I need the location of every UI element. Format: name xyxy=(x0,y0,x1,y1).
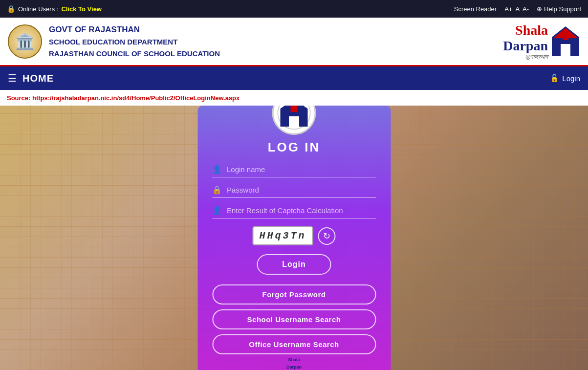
source-text: Source: https://rajshaladarpan.nic.in/sd… xyxy=(7,94,240,102)
captcha-refresh-button[interactable]: ↻ xyxy=(318,227,336,245)
help-icon: ⊕ xyxy=(537,5,542,13)
help-button[interactable]: ⊕ Help Support xyxy=(537,5,581,13)
online-users-section: 🔒 Online Users : Click To View xyxy=(7,5,102,13)
hamburger-icon[interactable]: ☰ xyxy=(8,72,17,84)
font-medium-btn[interactable]: A xyxy=(515,5,520,13)
svg-rect-7 xyxy=(291,106,298,112)
captcha-input[interactable] xyxy=(227,206,376,215)
nav-login-label: Login xyxy=(562,74,580,83)
screen-reader-label: Screen Reader xyxy=(454,5,497,13)
home-nav-label[interactable]: HOME xyxy=(22,73,54,84)
nav-left: ☰ HOME xyxy=(8,72,54,84)
svg-marker-3 xyxy=(553,28,578,38)
govt-line2: SCHOOL EDUCATION DEPARTMENT xyxy=(49,36,220,48)
help-label: Help Support xyxy=(544,5,581,13)
login-button[interactable]: Login xyxy=(257,254,331,275)
lock-field-icon: 🔒 xyxy=(212,185,222,195)
username-input-group: 👤 xyxy=(212,165,376,177)
password-input-group: 🔒 xyxy=(212,185,376,198)
username-input[interactable] xyxy=(227,165,376,174)
shala-darpan-logo: Shala Darpan @राजस्थान xyxy=(503,22,580,60)
nav-bar: ☰ HOME 🔓 Login xyxy=(0,66,588,90)
main-content: Shala ShalaDarpan LOG IN 👤 🔒 👤 HHq3Tn xyxy=(0,106,588,370)
shala-text: Shala Darpan @राजस्थान xyxy=(503,22,548,60)
password-input[interactable] xyxy=(227,186,376,194)
govt-line1: GOVT OF RAJASTHAN xyxy=(49,23,220,36)
online-users-label: Online Users : xyxy=(18,5,58,13)
office-username-search-button[interactable]: Office Username Search xyxy=(212,334,376,354)
login-title: LOG IN xyxy=(268,140,321,155)
login-form-container: Shala ShalaDarpan LOG IN 👤 🔒 👤 HHq3Tn xyxy=(197,106,391,370)
school-username-search-button[interactable]: School Username Search xyxy=(212,309,376,329)
svg-rect-1 xyxy=(561,44,570,56)
accessibility-section: Screen Reader A+ A A- ⊕ Help Support xyxy=(454,5,581,13)
svg-rect-6 xyxy=(289,116,299,127)
darpan-word: Darpan xyxy=(503,38,548,54)
captcha-input-group: 👤 xyxy=(212,206,376,218)
house-logo-icon xyxy=(551,25,580,57)
click-to-view-link[interactable]: Click To View xyxy=(61,5,102,13)
header: 🏛️ GOVT OF RAJASTHAN SCHOOL EDUCATION DE… xyxy=(0,18,588,66)
login-logo-circle: Shala ShalaDarpan xyxy=(272,106,316,135)
shala-word: Shala xyxy=(503,22,548,38)
top-bar: 🔒 Online Users : Click To View Screen Re… xyxy=(0,0,588,18)
header-left: 🏛️ GOVT OF RAJASTHAN SCHOOL EDUCATION DE… xyxy=(8,23,220,60)
govt-text: GOVT OF RAJASTHAN SCHOOL EDUCATION DEPAR… xyxy=(49,23,220,60)
font-large-btn[interactable]: A+ xyxy=(504,5,512,13)
govt-line3: RAJASTHAN COUNCIL OF SCHOOL EDUCATION xyxy=(49,48,220,60)
lock-icon: 🔒 xyxy=(7,5,15,13)
font-controls: A+ A A- xyxy=(504,5,529,13)
source-bar: Source: https://rajshaladarpan.nic.in/sd… xyxy=(0,90,588,106)
rajasthan-text: @राजस्थान xyxy=(503,54,548,60)
nav-login-button[interactable]: 🔓 Login xyxy=(550,74,580,83)
login-logo-inner: Shala ShalaDarpan xyxy=(277,106,311,130)
captcha-user-icon: 👤 xyxy=(212,206,222,215)
emblem: 🏛️ xyxy=(8,24,42,59)
captcha-row: HHq3Tn ↻ xyxy=(252,226,335,245)
forgot-password-button[interactable]: Forgot Password xyxy=(212,284,376,305)
captcha-image: HHq3Tn xyxy=(252,226,313,245)
font-small-btn[interactable]: A- xyxy=(523,5,529,13)
user-icon: 👤 xyxy=(212,165,222,174)
login-icon: 🔓 xyxy=(550,74,559,83)
